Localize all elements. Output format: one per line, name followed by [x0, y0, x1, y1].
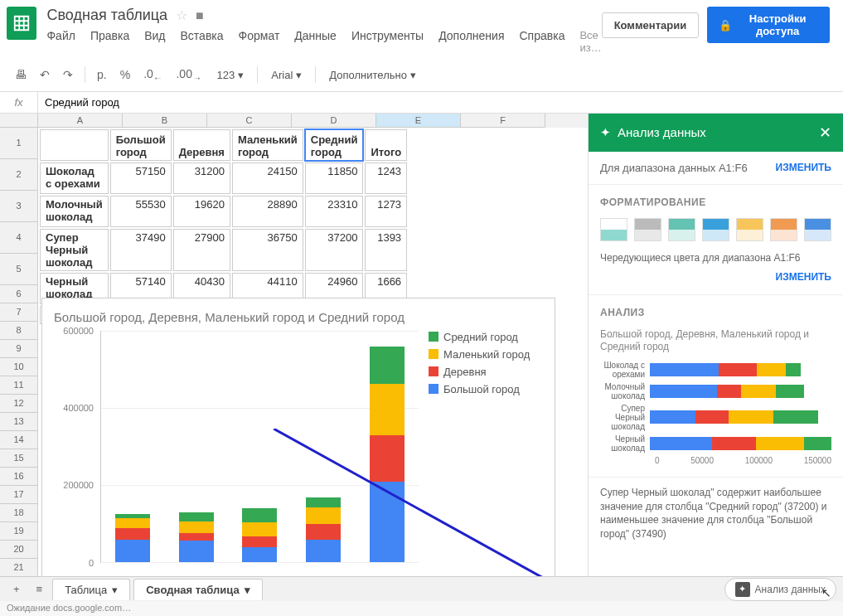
row-header[interactable]: 4: [0, 222, 38, 254]
menu-view[interactable]: Вид: [144, 29, 165, 54]
palette-swatch[interactable]: [804, 218, 831, 241]
cell[interactable]: Молочный шоколад: [40, 196, 109, 227]
row-header[interactable]: 3: [0, 191, 38, 222]
font-select[interactable]: Arial ▾: [264, 65, 308, 85]
cell[interactable]: 1243: [365, 162, 407, 194]
row-header[interactable]: 6: [0, 285, 38, 303]
row-header[interactable]: 13: [0, 413, 38, 431]
palette-swatch[interactable]: [634, 218, 661, 241]
row-header[interactable]: 5: [0, 254, 38, 285]
chart-legend: Средний городМаленький городДеревняБольш…: [419, 331, 543, 580]
cell[interactable]: 36750: [232, 229, 303, 271]
currency-button[interactable]: р.: [92, 65, 112, 85]
pivot-table[interactable]: Большой город Деревня Маленький город Ср…: [38, 128, 409, 326]
cell[interactable]: 24150: [232, 162, 303, 194]
share-button[interactable]: 🔒 Настройки доступа: [707, 7, 830, 43]
edit-formatting-button[interactable]: ИЗМЕНИТЬ: [776, 271, 831, 283]
menu-edit[interactable]: Правка: [90, 29, 129, 54]
row-header[interactable]: 7: [0, 303, 38, 322]
percent-button[interactable]: %: [115, 65, 135, 85]
decrease-decimal-button[interactable]: .0←: [138, 64, 167, 86]
row-header[interactable]: 8: [0, 322, 38, 340]
embedded-chart[interactable]: Большой город, Деревня, Маленький город …: [41, 298, 555, 596]
col-header-c[interactable]: C: [207, 114, 292, 128]
doc-title[interactable]: Сводная таблица: [46, 7, 167, 24]
row-header[interactable]: 16: [0, 468, 38, 486]
row-header[interactable]: 17: [0, 486, 38, 504]
active-cell[interactable]: Средний город: [305, 129, 364, 161]
palette-swatch[interactable]: [702, 218, 729, 241]
explore-button[interactable]: ✦ Анализ данных: [724, 578, 836, 601]
print-icon[interactable]: 🖶: [10, 65, 31, 85]
increase-decimal-button[interactable]: .00→: [171, 64, 206, 86]
add-sheet-button[interactable]: +: [7, 580, 27, 599]
row-header[interactable]: 9: [0, 340, 38, 358]
menu-addons[interactable]: Дополнения: [438, 29, 504, 54]
palette-swatch[interactable]: [668, 218, 695, 241]
row-header[interactable]: 18: [0, 504, 38, 522]
palette-swatch[interactable]: [736, 218, 763, 241]
cell[interactable]: Большой город: [110, 129, 172, 161]
palette-swatch[interactable]: [600, 218, 627, 241]
close-icon[interactable]: ✕: [819, 124, 831, 142]
menu-overflow[interactable]: Все из…: [579, 29, 601, 54]
cell[interactable]: [40, 129, 109, 161]
row-header[interactable]: 19: [0, 522, 38, 541]
row-header[interactable]: 21: [0, 559, 38, 577]
cell[interactable]: 31200: [173, 162, 230, 194]
cell[interactable]: 19620: [173, 196, 230, 227]
all-sheets-button[interactable]: ≡: [30, 580, 50, 599]
more-formatting-select[interactable]: Дополнительно ▾: [322, 65, 423, 85]
row-header[interactable]: 1: [0, 128, 38, 159]
col-header-d[interactable]: D: [292, 114, 376, 128]
menu-tools[interactable]: Инструменты: [351, 29, 424, 54]
cell[interactable]: 23310: [305, 196, 364, 227]
col-header-e[interactable]: E: [376, 114, 461, 128]
cell[interactable]: 28890: [232, 196, 303, 227]
sheets-logo[interactable]: [7, 7, 36, 40]
cell[interactable]: 27900: [173, 229, 230, 271]
cell[interactable]: 37490: [110, 229, 172, 271]
cell[interactable]: Супер Черный шоколад: [40, 229, 109, 271]
cell[interactable]: Шоколад с орехами: [40, 162, 109, 194]
cell[interactable]: 37200: [305, 229, 364, 271]
star-icon[interactable]: ☆: [176, 7, 187, 23]
mini-chart[interactable]: Шоколад с орехамиМолочный шоколадСупер Ч…: [600, 361, 831, 465]
menu-format[interactable]: Формат: [239, 29, 280, 54]
sheet-tab-2[interactable]: Сводная таблица ▾: [133, 579, 262, 600]
formula-input[interactable]: [38, 92, 843, 113]
folder-icon[interactable]: ■: [196, 8, 204, 23]
col-header-a[interactable]: A: [38, 114, 123, 128]
menu-insert[interactable]: Вставка: [181, 29, 224, 54]
sheet-area[interactable]: A B C D E F 1234567891011121314151617181…: [0, 114, 588, 601]
menu-file[interactable]: Файл: [46, 29, 75, 54]
insight-text: Супер Черный шоколад" содержит наибольше…: [589, 478, 843, 550]
undo-icon[interactable]: ↶: [35, 65, 55, 85]
menu-data[interactable]: Данные: [294, 29, 337, 54]
cell[interactable]: 11850: [305, 162, 364, 194]
palette-swatch[interactable]: [770, 218, 797, 241]
row-header[interactable]: 2: [0, 159, 38, 191]
sheet-tab-1[interactable]: Таблица ▾: [52, 579, 130, 600]
cell[interactable]: 1393: [365, 229, 407, 271]
cell[interactable]: 1273: [365, 196, 407, 227]
menu-help[interactable]: Справка: [520, 29, 565, 54]
cell[interactable]: Итого: [365, 129, 407, 161]
cell[interactable]: Маленький город: [232, 129, 303, 161]
row-header[interactable]: 14: [0, 431, 38, 449]
row-header[interactable]: 15: [0, 449, 38, 468]
cell[interactable]: Деревня: [173, 129, 230, 161]
select-all-corner[interactable]: [0, 114, 38, 128]
number-format-select[interactable]: 123 ▾: [211, 65, 251, 85]
comments-button[interactable]: Комментарии: [602, 12, 700, 38]
redo-icon[interactable]: ↷: [58, 65, 78, 85]
row-header[interactable]: 12: [0, 395, 38, 413]
row-header[interactable]: 10: [0, 358, 38, 376]
row-header[interactable]: 11: [0, 376, 38, 395]
row-header[interactable]: 20: [0, 541, 38, 559]
col-header-b[interactable]: B: [123, 114, 207, 128]
cell[interactable]: 55530: [110, 196, 172, 227]
change-range-button[interactable]: ИЗМЕНИТЬ: [776, 162, 831, 173]
cell[interactable]: 57150: [110, 162, 172, 194]
col-header-f[interactable]: F: [461, 114, 545, 128]
